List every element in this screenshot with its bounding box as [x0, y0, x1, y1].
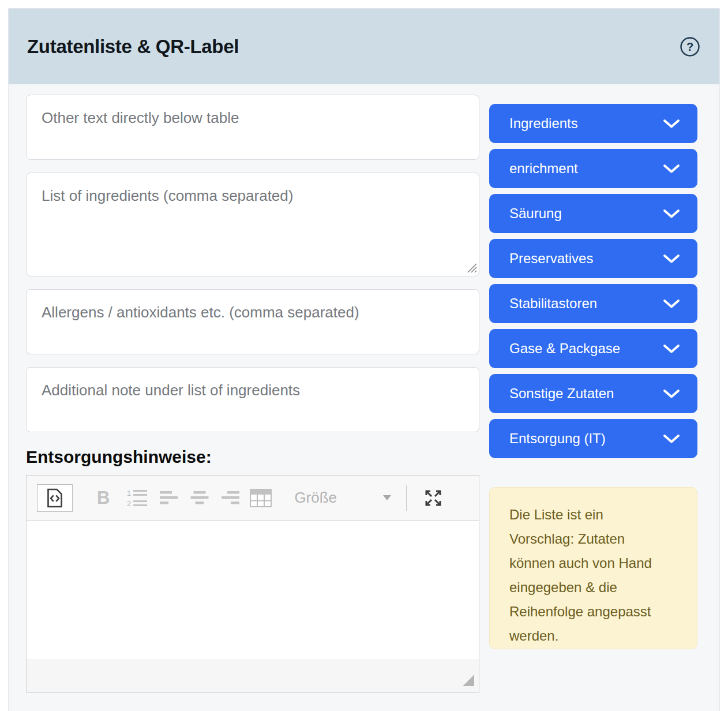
page-title: Zutatenliste & QR-Label — [27, 36, 239, 58]
svg-text:?: ? — [686, 40, 693, 53]
ingredients-list-input[interactable] — [26, 173, 479, 276]
editor-content-area[interactable] — [27, 521, 479, 660]
rich-text-editor: B 1 2 — [26, 475, 479, 693]
maximize-icon — [423, 488, 443, 508]
table-icon — [250, 489, 272, 507]
zutatenliste-panel: Zutatenliste & QR-Label ? Entsorgungshin… — [8, 8, 720, 711]
page: Zutatenliste & QR-Label ? Entsorgungshin… — [0, 0, 728, 711]
accordion-item-stabilitastoren[interactable]: Stabilitastoren — [489, 284, 697, 323]
form-column: Entsorgungshinweise: B 1 — [26, 95, 479, 693]
chevron-down-icon — [663, 254, 680, 264]
additional-note-input[interactable] — [26, 367, 479, 432]
align-right-button[interactable] — [220, 490, 239, 506]
svg-text:2: 2 — [127, 499, 131, 508]
accordion-item-enrichment[interactable]: enrichment — [489, 149, 697, 188]
accordion-item-saeurung[interactable]: Säurung — [489, 194, 697, 233]
font-size-dropdown[interactable]: Größe — [294, 489, 391, 507]
accordion-item-entsorgung-it[interactable]: Entsorgung (IT) — [489, 419, 697, 458]
align-center-icon — [190, 490, 209, 506]
caret-down-icon — [383, 495, 391, 500]
chevron-down-icon — [663, 209, 680, 219]
accordion-item-sonstige-zutaten[interactable]: Sonstige Zutaten — [489, 374, 697, 413]
svg-text:1: 1 — [127, 489, 131, 497]
font-size-dropdown-label: Größe — [294, 489, 337, 507]
suggestions-accordion: Ingredients enrichment Säurung Preservat… — [489, 104, 697, 464]
resize-grip-icon[interactable] — [467, 263, 477, 273]
chevron-down-icon — [663, 164, 680, 174]
info-note-text: Die Liste ist ein Vorschlag: Zutaten kön… — [509, 503, 661, 648]
editor-footer — [27, 660, 479, 692]
panel-header: Zutatenliste & QR-Label ? — [9, 9, 719, 84]
accordion-item-preservatives[interactable]: Preservatives — [489, 239, 697, 278]
help-icon[interactable]: ? — [679, 36, 701, 58]
disposal-label: Entsorgungshinweise: — [26, 447, 479, 467]
chevron-down-icon — [663, 344, 680, 354]
bold-button[interactable]: B — [97, 488, 110, 508]
accordion-item-gase-packgase[interactable]: Gase & Packgase — [489, 329, 697, 368]
info-note: Die Liste ist ein Vorschlag: Zutaten kön… — [489, 487, 697, 649]
table-button[interactable] — [250, 489, 272, 507]
chevron-down-icon — [663, 434, 680, 444]
numbered-list-icon: 1 2 — [125, 488, 149, 508]
chevron-down-icon — [663, 389, 680, 399]
resize-corner-icon[interactable] — [463, 675, 474, 686]
align-left-icon — [160, 490, 179, 506]
numbered-list-button[interactable]: 1 2 — [125, 488, 149, 508]
editor-toolbar: B 1 2 — [27, 476, 479, 521]
align-left-button[interactable] — [160, 490, 179, 506]
accordion-item-ingredients[interactable]: Ingredients — [489, 104, 697, 143]
align-center-button[interactable] — [190, 490, 209, 506]
chevron-down-icon — [663, 299, 680, 309]
allergens-input[interactable] — [26, 289, 479, 354]
source-button[interactable] — [37, 484, 73, 512]
source-icon — [46, 488, 63, 508]
ingredients-list-wrap — [26, 173, 479, 276]
toolbar-separator — [406, 485, 407, 511]
other-text-input[interactable] — [26, 95, 479, 160]
align-right-icon — [220, 490, 239, 506]
chevron-down-icon — [663, 119, 680, 129]
maximize-button[interactable] — [423, 488, 443, 508]
